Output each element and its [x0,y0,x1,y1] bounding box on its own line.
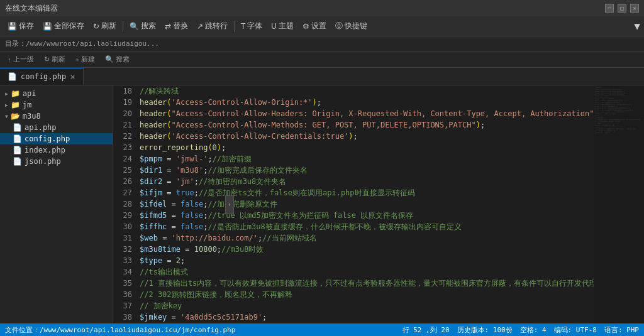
theme-button[interactable]: U 主题 [267,19,297,33]
code-line: //解决跨域 [140,85,591,97]
code-line: header("Access-Control-Allow-Headers: Or… [140,108,591,119]
code-line: $type2 = 2; [140,323,591,323]
folder-arrow-icon: ▶ [5,102,8,108]
file-tree: ▶ 📁 api ▶ 📁 jm ▼ 📂 m3u8 📄 api.php 📄 conf… [0,85,113,170]
jump-button[interactable]: ↗ 跳转行 [193,19,231,33]
sidebar-item-label: m3u8 [23,112,41,121]
folder-open-icon: 📂 [11,112,20,121]
code-line: //ts输出模式 [140,266,591,278]
font-button[interactable]: T 字体 [237,19,266,33]
line-number: 20 [118,108,132,119]
shortcut-button[interactable]: ⓪ 快捷键 [331,19,371,33]
sidebar-item-m3u8[interactable]: ▼ 📂 m3u8 [0,111,113,122]
shortcut-icon: ⓪ [335,21,343,31]
line-number: 23 [118,142,132,153]
status-right: 行 52 ,列 20 历史版本: 100份 空格: 4 编码: UTF-8 语言… [402,325,639,335]
folder-arrow-icon: ▶ [5,91,8,97]
code-line: $iffhc = false;//是否防止m3u8被直接缓存，什么时候开都不晚，… [140,221,591,232]
line-number: 34 [118,266,132,278]
sidebar-item-api-php[interactable]: 📄 api.php [0,122,113,133]
settings-icon: ⚙ [303,22,309,31]
close-button[interactable]: ✕ [630,4,639,13]
sidebar-item-label: api [23,89,36,98]
code-line: header("Access-Control-Allow-Methods: GE… [140,119,591,131]
file-icon: 📄 [13,123,22,132]
encoding-status: 编码: UTF-8 [554,325,597,335]
file-refresh-icon: ↻ [44,55,50,63]
settings-button[interactable]: ⚙ 设置 [299,19,330,33]
font-icon: T [241,22,245,31]
tab-config-php[interactable]: 📄 config.php × [0,68,84,85]
separator-1 [123,21,123,32]
line-number: 22 [118,131,132,142]
code-line: // 加密key [140,300,591,312]
line-number: 26 [118,176,132,187]
line-number: 39 [118,323,132,323]
sidebar-item-json-php[interactable]: 📄 json.php [0,156,113,167]
tab-close-button[interactable]: × [70,72,75,82]
up-icon: ↑ [8,56,11,63]
code-line: $ifmd5 = false;//true 以md5加密文件名为拦征码 fals… [140,210,591,221]
sidebar-item-api[interactable]: ▶ 📁 api [0,88,113,99]
save-icon: 💾 [8,22,17,31]
history-status: 历史版本: 100份 [457,325,513,335]
code-line: $type = 2; [140,255,591,266]
code-line: //1 直接输出ts内容，可以有效避免被抓到激流连接，只不过有点考验服务器性能，… [140,278,591,289]
code-line: $ifjm = true;//是否加密ts文件，false则在调用api.php… [140,187,591,198]
line-number: 19 [118,97,132,108]
sidebar-item-label: json.php [25,157,61,166]
save-all-button[interactable]: 💾 全部保存 [39,19,88,33]
sidebar-item-config-php[interactable]: 📄 config.php [0,133,113,144]
line-number: 33 [118,255,132,266]
folder-icon: 📁 [11,89,20,98]
sidebar: ▶ 📁 api ▶ 📁 jm ▼ 📂 m3u8 📄 api.php 📄 conf… [0,85,113,323]
line-number: 31 [118,232,132,244]
sidebar-item-label: api.php [25,123,57,132]
minimap: //解决跨域header('Access-Control-Allow-Origi… [594,85,644,323]
tab-bar: 📄 config.php × [0,68,644,85]
refresh-button[interactable]: ↻ 刷新 [89,19,120,33]
separator-2 [234,21,235,32]
line-number: 25 [118,165,132,176]
code-line: header('Access-Control-Allow-Credentials… [140,131,591,142]
dropdown-arrow[interactable]: ▼ [634,20,640,32]
folder-icon: 📁 [11,100,20,109]
replace-button[interactable]: ⇄ 替换 [161,19,192,33]
code-editor[interactable]: //解决跨域header('Access-Control-Allow-Origi… [137,85,594,323]
line-number: 29 [118,210,132,221]
line-number: 24 [118,153,132,165]
new-file-button[interactable]: + 新建 [73,54,97,65]
search-button[interactable]: 🔍 搜索 [126,19,160,33]
code-line: $jmkey = '4a0dd5c5c5171ab9'; [140,312,591,323]
toolbar-right: ▼ [634,20,640,32]
line-number: 30 [118,221,132,232]
collapse-sidebar-button[interactable]: ‹ [225,195,234,214]
status-left: 文件位置：/www/wwwroot/api.laoliudaigou.icu/j… [5,325,235,335]
code-line: //2 302跳转图床链接，顾名思义，不再解释 [140,289,591,300]
up-level-button[interactable]: ↑ 上一级 [5,54,36,65]
replace-icon: ⇄ [165,22,171,31]
sidebar-item-jm[interactable]: ▶ 📁 jm [0,99,113,111]
tab-file-icon: 📄 [8,72,17,81]
app-title: 在线文本编辑器 [5,3,58,14]
sidebar-item-index-php[interactable]: 📄 index.php [0,144,113,156]
code-line: $dir1 = 'm3u8';//加密完成后保存的文件夹名 [140,165,591,176]
line-number: 18 [118,85,132,97]
file-search-button[interactable]: 🔍 搜索 [103,54,132,65]
sidebar-item-label: jm [23,100,31,109]
file-refresh-button[interactable]: ↻ 刷新 [42,54,68,65]
window-controls: ─ □ ✕ [605,4,639,13]
file-path-bar: 目录：/www/wwwroot/api.laoliudaigou... [0,36,644,51]
file-search-icon: 🔍 [105,55,114,63]
minimize-button[interactable]: ─ [605,4,614,13]
save-all-icon: 💾 [43,22,52,31]
save-button[interactable]: 💾 保存 [4,19,38,33]
line-number: 27 [118,187,132,198]
toolbar: 💾 保存 💾 全部保存 ↻ 刷新 🔍 搜索 ⇄ 替换 ↗ 跳转行 T 字体 U … [0,16,644,36]
code-line: error_reporting(0); [140,142,591,153]
file-icon: 📄 [13,146,22,154]
maximize-button[interactable]: □ [618,4,626,13]
line-number: 32 [118,244,132,255]
status-bar: 文件位置：/www/wwwroot/api.laoliudaigou.icu/j… [0,323,644,336]
code-line: header('Access-Control-Allow-Origin:*'); [140,97,591,108]
